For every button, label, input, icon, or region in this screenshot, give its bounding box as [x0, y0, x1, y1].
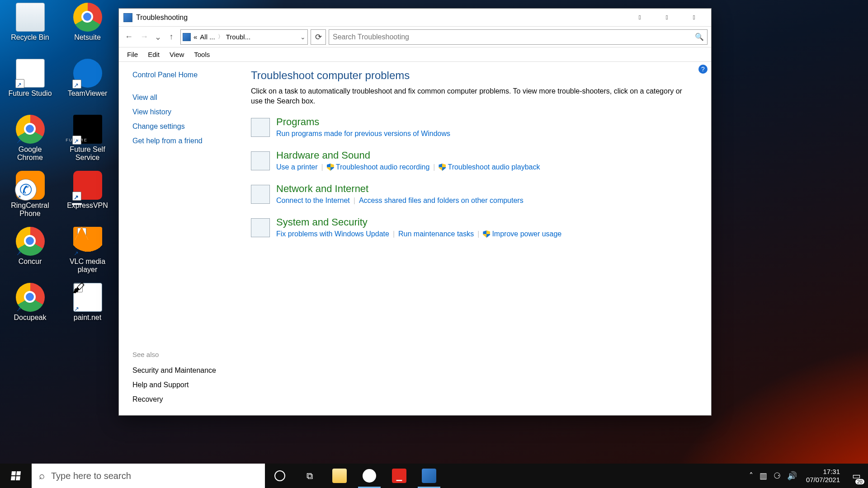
search-input[interactable] — [333, 33, 695, 41]
help-button[interactable]: ? — [698, 65, 708, 74]
category-title[interactable]: Hardware and Sound — [276, 150, 540, 161]
app-icon — [16, 3, 45, 32]
app-icon — [16, 59, 45, 88]
desktop-icon-label: Recycle Bin — [11, 33, 49, 42]
separator: | — [321, 163, 323, 171]
troubleshooter-link-label: Run maintenance tasks — [398, 230, 474, 238]
sidebar-link[interactable]: Change settings — [132, 122, 239, 131]
search-icon[interactable]: 🔍 — [695, 33, 703, 41]
troubleshooter-link[interactable]: Fix problems with Windows Update — [276, 230, 389, 238]
breadcrumb-mid[interactable]: All ... — [200, 33, 215, 41]
sidebar-link[interactable]: Control Panel Home — [132, 71, 239, 79]
app-icon — [73, 227, 102, 256]
category-links: Connect to the Internet|Access shared fi… — [276, 197, 524, 205]
menu-edit[interactable]: Edit — [143, 49, 164, 60]
taskbar-clock[interactable]: 17:31 07/07/2021 — [802, 464, 844, 488]
nav-up-button[interactable]: ↑ — [165, 31, 178, 43]
desktop-icon[interactable]: Concur — [3, 227, 57, 278]
search-box[interactable]: 🔍 — [329, 29, 708, 45]
desktop-icon[interactable]: Future Studio — [3, 59, 57, 110]
tray-overflow-button[interactable]: ˄ — [749, 471, 753, 481]
chrome-taskbar-button[interactable] — [354, 464, 384, 488]
battery-icon[interactable]: ▥ — [760, 471, 767, 481]
breadcrumb-leaf[interactable]: Troubl... — [226, 33, 250, 41]
desktop-icon[interactable]: paint.net — [60, 283, 115, 334]
troubleshooter-link-label: Troubleshoot audio recording — [336, 163, 430, 171]
taskbar-search[interactable]: ⌕ Type here to search — [32, 464, 265, 488]
desktop-icon-label: Google Chrome — [5, 145, 55, 162]
app-icon — [73, 171, 102, 200]
desktop-icon[interactable]: Netsuite — [60, 3, 115, 54]
cortana-button[interactable] — [265, 464, 295, 488]
desktop-icon[interactable]: Docupeak — [3, 283, 57, 334]
separator: | — [433, 163, 435, 171]
troubleshooter-link[interactable]: Improve power usage — [483, 230, 561, 238]
app-icon — [16, 283, 45, 312]
volume-icon[interactable]: 🔊 — [787, 471, 797, 481]
category-title[interactable]: Network and Internet — [276, 183, 524, 195]
nav-toolbar: ← → ⌄ ↑ « All ... 〉 Troubl... ⌄ ⟳ 🔍 — [119, 27, 711, 47]
nav-back-button[interactable]: ← — [123, 31, 135, 43]
expressvpn-icon: ⎯ — [392, 469, 406, 483]
separator: | — [477, 230, 479, 238]
nav-recent-dropdown[interactable]: ⌄ — [153, 31, 162, 43]
action-center-button[interactable]: ▭ 20 — [844, 464, 868, 488]
troubleshooter-link[interactable]: Run programs made for previous versions … — [276, 130, 450, 138]
desktop-icon-label: Concur — [19, 258, 42, 266]
nav-forward-button: → — [138, 31, 151, 43]
sidebar: Control Panel HomeView allView historyCh… — [119, 62, 250, 415]
desktop-icon[interactable]: ExpressVPN — [60, 171, 115, 222]
troubleshooter-link[interactable]: Troubleshoot audio recording — [327, 163, 430, 171]
separator: | — [354, 197, 355, 205]
address-icon — [183, 33, 191, 41]
category-list: ProgramsRun programs made for previous v… — [251, 116, 698, 238]
desktop-icon[interactable]: VLC media player — [60, 227, 115, 278]
desktop-icon-label: VLC media player — [63, 258, 113, 274]
troubleshooter-link[interactable]: Connect to the Internet — [276, 197, 350, 205]
sidebar-link[interactable]: View all — [132, 94, 239, 102]
troubleshooter-link[interactable]: Access shared files and folders on other… — [359, 197, 524, 205]
category-icon — [251, 185, 270, 204]
expressvpn-taskbar-button[interactable]: ⎯ — [384, 464, 414, 488]
chrome-icon — [363, 469, 376, 483]
troubleshooter-link[interactable]: Use a printer — [276, 163, 318, 171]
sidebar-link[interactable]: Get help from a friend — [132, 137, 239, 145]
breadcrumb-root[interactable]: « — [193, 33, 197, 41]
desktop-icon[interactable]: Recycle Bin — [3, 3, 57, 54]
desktop-icon[interactable]: Google Chrome — [3, 115, 57, 166]
desktop-icon[interactable]: RingCentral Phone — [3, 171, 57, 222]
desktop-icon[interactable]: TeamViewer — [60, 59, 115, 110]
address-bar[interactable]: « All ... 〉 Troubl... ⌄ — [180, 29, 308, 45]
control-panel-taskbar-button[interactable] — [414, 464, 444, 488]
see-also-link[interactable]: Security and Maintenance — [132, 366, 239, 375]
see-also-link[interactable]: Help and Support — [132, 381, 239, 389]
address-dropdown[interactable]: ⌄ — [300, 33, 306, 41]
category: ProgramsRun programs made for previous v… — [251, 116, 698, 138]
menu-file[interactable]: File — [123, 49, 142, 60]
menu-view[interactable]: View — [165, 49, 189, 60]
close-button[interactable]:  — [680, 9, 708, 26]
see-also-link[interactable]: Recovery — [132, 395, 239, 404]
troubleshooter-link[interactable]: Troubleshoot audio playback — [439, 163, 540, 171]
minimize-button[interactable]:  — [626, 9, 653, 26]
category-title[interactable]: Programs — [276, 116, 450, 128]
file-explorer-button[interactable] — [325, 464, 354, 488]
start-button[interactable] — [0, 464, 32, 488]
maximize-button[interactable]:  — [653, 9, 680, 26]
desktop-icon[interactable]: Future Self Service — [60, 115, 115, 166]
menu-bar: FileEditViewTools — [119, 47, 711, 62]
task-view-button[interactable]: ⧉ — [295, 464, 325, 488]
troubleshooter-link[interactable]: Run maintenance tasks — [398, 230, 474, 238]
taskbar-search-placeholder: Type here to search — [51, 471, 131, 481]
menu-tools[interactable]: Tools — [189, 49, 214, 60]
troubleshooter-link-label: Use a printer — [276, 163, 318, 171]
sidebar-link[interactable]: View history — [132, 108, 239, 116]
troubleshooter-link-label: Troubleshoot audio playback — [448, 163, 540, 171]
refresh-button[interactable]: ⟳ — [311, 29, 326, 45]
app-icon — [73, 115, 102, 144]
window-titlebar[interactable]: Troubleshooting    — [119, 9, 711, 27]
category-title[interactable]: System and Security — [276, 216, 561, 228]
wifi-icon[interactable]: ⚆ — [774, 471, 781, 481]
troubleshooter-link-label: Fix problems with Windows Update — [276, 230, 389, 238]
content-pane: ? Troubleshoot computer problems Click o… — [250, 62, 711, 415]
